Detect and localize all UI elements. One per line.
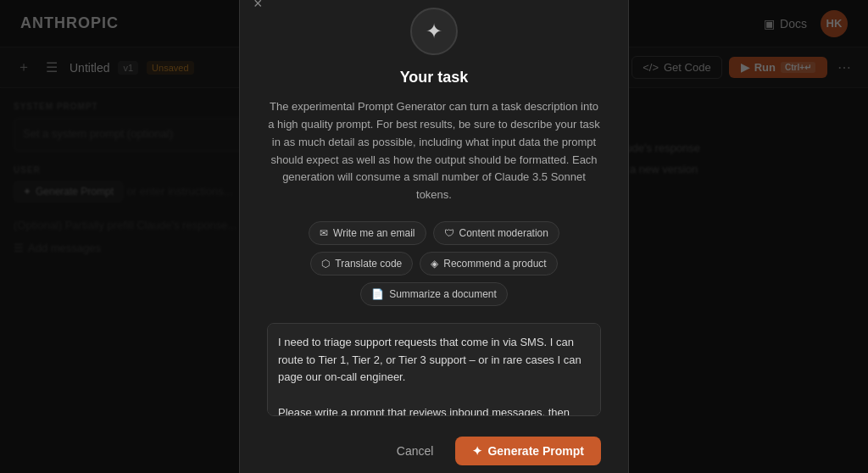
modal-overlay: × ✦ Your task The experimental Prompt Ge… (0, 0, 868, 473)
generate-prompt-button[interactable]: ✦ Generate Prompt (455, 437, 601, 465)
translate-icon: ⬡ (321, 258, 330, 270)
modal-title: Your task (267, 69, 601, 86)
recommend-icon: ◈ (431, 258, 438, 270)
suggestion-summarize[interactable]: 📄 Summarize a document (360, 282, 508, 306)
generate-icon: ✦ (472, 444, 482, 458)
modal-description: The experimental Prompt Generator can tu… (267, 98, 601, 204)
modal-suggestions: ✉ Write me an email 🛡 Content moderation… (267, 221, 601, 306)
cancel-button[interactable]: Cancel (383, 437, 448, 465)
suggestion-translate[interactable]: ⬡ Translate code (310, 252, 413, 275)
wand-modal-icon: ✦ (426, 19, 442, 43)
modal-close-button[interactable]: × (253, 0, 263, 11)
modal-icon: ✦ (410, 8, 458, 55)
prompt-generator-modal: × ✦ Your task The experimental Prompt Ge… (239, 0, 629, 473)
summarize-icon: 📄 (371, 288, 384, 300)
task-textarea[interactable] (267, 323, 601, 416)
suggestion-recommend[interactable]: ◈ Recommend a product (420, 252, 557, 275)
modal-footer: Cancel ✦ Generate Prompt (267, 437, 601, 465)
email-icon: ✉ (320, 227, 328, 239)
suggestion-moderation[interactable]: 🛡 Content moderation (433, 221, 559, 245)
shield-icon: 🛡 (444, 227, 454, 239)
suggestion-email[interactable]: ✉ Write me an email (309, 221, 426, 245)
